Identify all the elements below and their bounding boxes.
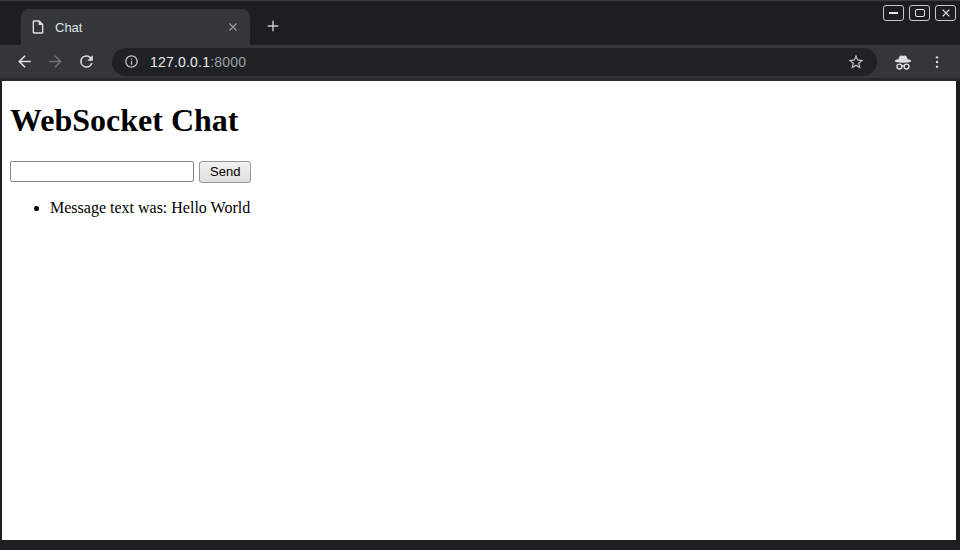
message-item: Message text was: Hello World (50, 199, 948, 217)
incognito-icon (892, 51, 914, 73)
close-icon (941, 8, 951, 18)
browser-toolbar: 127.0.0.1:8000 (0, 45, 960, 81)
info-icon (124, 54, 139, 69)
maximize-icon (915, 9, 925, 17)
arrow-left-icon (15, 52, 34, 71)
star-outline-icon (847, 53, 865, 71)
websocket-chat-page: WebSocket Chat Send Message text was: He… (2, 102, 956, 217)
page-viewport: WebSocket Chat Send Message text was: He… (2, 81, 956, 540)
tab-strip: Chat (0, 1, 960, 45)
plus-icon (266, 19, 280, 33)
browser-window: Chat (0, 0, 960, 550)
incognito-indicator (891, 50, 915, 74)
arrow-right-icon (46, 52, 65, 71)
minimize-icon (889, 12, 898, 14)
reload-button[interactable] (72, 48, 100, 76)
send-button[interactable]: Send (199, 161, 251, 183)
browser-menu-button[interactable] (928, 50, 946, 74)
tab-close-icon[interactable] (224, 18, 242, 36)
window-minimize-button[interactable] (883, 5, 904, 21)
window-close-button[interactable] (935, 5, 956, 21)
site-info-button[interactable] (121, 52, 141, 72)
back-button[interactable] (10, 48, 38, 76)
reload-icon (77, 52, 96, 71)
bookmark-button[interactable] (845, 51, 867, 73)
chat-form: Send (10, 160, 948, 183)
three-dots-vertical-icon (929, 54, 945, 70)
address-bar[interactable]: 127.0.0.1:8000 (112, 48, 877, 76)
window-controls (883, 5, 956, 21)
tab-title: Chat (55, 20, 224, 35)
message-list: Message text was: Hello World (10, 199, 948, 217)
tab-chat[interactable]: Chat (21, 9, 250, 45)
page-favicon-document-icon (30, 19, 46, 35)
url-port: :8000 (210, 54, 246, 70)
forward-button[interactable] (41, 48, 69, 76)
window-maximize-button[interactable] (909, 5, 930, 21)
url-text: 127.0.0.1:8000 (150, 54, 246, 70)
new-tab-button[interactable] (261, 14, 285, 38)
page-title: WebSocket Chat (10, 102, 948, 139)
url-host: 127.0.0.1 (150, 54, 210, 70)
message-input[interactable] (10, 161, 194, 182)
